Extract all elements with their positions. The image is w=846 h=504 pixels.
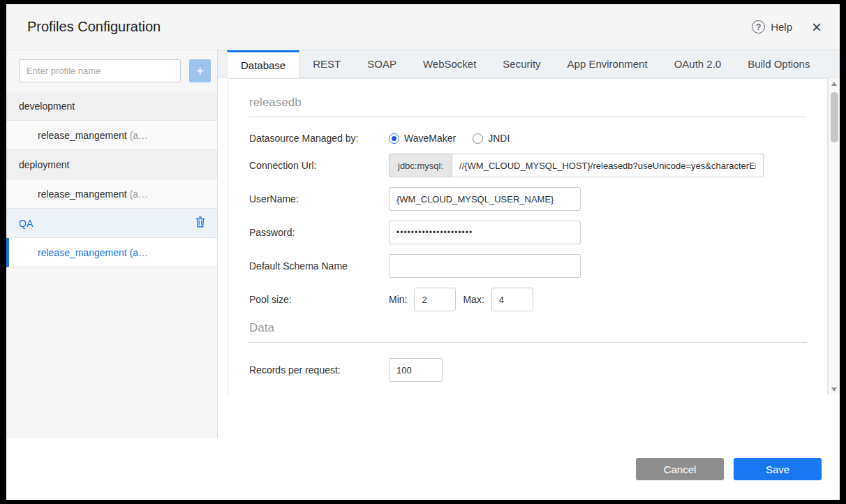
records-per-request-label: Records per request: <box>249 364 389 376</box>
max-label: Max: <box>463 294 484 305</box>
connection-url-input[interactable] <box>452 154 764 177</box>
radio-wavemaker-label: WaveMaker <box>404 133 456 144</box>
schema-label: Default Schema Name <box>249 260 389 272</box>
sidebar-item-label: deployment <box>19 159 69 170</box>
tab-soap[interactable]: SOAP <box>354 50 410 77</box>
tab-bar: Database REST SOAP WebSocket Security Ap… <box>218 50 840 78</box>
sidebar-item-label: development <box>19 101 75 112</box>
radio-selected-icon <box>389 133 399 144</box>
save-button[interactable]: Save <box>734 458 822 480</box>
dialog-header: Profiles Configuration ? Help × <box>6 4 840 50</box>
scroll-up-button[interactable] <box>829 78 840 89</box>
sidebar-item-development[interactable]: development <box>6 91 217 121</box>
datasource-row: Datasource Managed by: WaveMaker JNDI <box>249 133 806 144</box>
database-form-panel: releasedb Datasource Managed by: WaveMak… <box>228 78 828 395</box>
sidebar-item-deployment[interactable]: deployment <box>6 150 217 179</box>
dialog-footer: Cancel Save <box>6 438 840 500</box>
pool-size-controls: Min: Max: <box>389 288 533 311</box>
help-label: Help <box>771 21 792 33</box>
pool-size-row: Pool size: Min: Max: <box>249 288 806 311</box>
section-title-releasedb: releasedb <box>249 96 806 110</box>
scrollbar-track[interactable] <box>829 89 840 384</box>
username-row: UserName: <box>249 187 806 211</box>
page-title: Profiles Configuration <box>27 19 752 35</box>
sidebar-item-label: release_mangement <box>38 130 127 141</box>
username-label: UserName: <box>249 193 389 205</box>
connection-url-label: Connection Url: <box>249 160 389 171</box>
sidebar-item-qa[interactable]: QA <box>6 209 217 238</box>
sidebar-item-label: release_mangement <box>38 247 127 258</box>
tab-rest[interactable]: REST <box>299 50 354 77</box>
profiles-sidebar: + development release_mangement (a… depl… <box>6 50 218 438</box>
records-per-request-input[interactable] <box>389 358 443 382</box>
radio-wavemaker[interactable]: WaveMaker <box>389 133 456 144</box>
section-title-data: Data <box>249 321 806 335</box>
sidebar-item-label: QA <box>19 218 33 229</box>
help-icon: ? <box>752 20 765 34</box>
sidebar-item-suffix: (a… <box>130 130 148 141</box>
password-label: Password: <box>249 227 389 238</box>
up-arrow-icon <box>831 82 837 86</box>
radio-jndi[interactable]: JNDI <box>473 133 510 144</box>
close-icon[interactable]: × <box>812 19 822 36</box>
vertical-scrollbar[interactable] <box>828 78 840 395</box>
help-button[interactable]: ? Help <box>752 20 792 34</box>
password-row: Password: <box>249 221 806 244</box>
schema-input[interactable] <box>389 254 581 278</box>
datasource-radio-group: WaveMaker JNDI <box>389 133 510 144</box>
datasource-label: Datasource Managed by: <box>249 133 389 144</box>
content-bottom-spacer <box>218 395 840 438</box>
database-tab-content: releasedb Datasource Managed by: WaveMak… <box>218 78 828 395</box>
records-per-request-row: Records per request: <box>249 358 806 382</box>
radio-jndi-label: JNDI <box>488 133 510 144</box>
sidebar-item-release-mangement-qa[interactable]: release_mangement (a… <box>6 238 217 267</box>
schema-row: Default Schema Name <box>249 254 806 278</box>
connection-url-group: jdbc:mysql: <box>389 154 764 177</box>
tab-websocket[interactable]: WebSocket <box>410 50 489 77</box>
sidebar-item-suffix: (a… <box>130 188 148 200</box>
add-profile-button[interactable]: + <box>189 59 211 82</box>
jdbc-prefix-addon: jdbc:mysql: <box>389 154 452 177</box>
down-arrow-icon <box>831 387 837 392</box>
scroll-down-button[interactable] <box>829 384 840 395</box>
sidebar-item-release-mangement-deploy[interactable]: release_mangement (a… <box>6 179 217 209</box>
delete-profile-button[interactable] <box>195 216 206 230</box>
sidebar-item-release-mangement-dev[interactable]: release_mangement (a… <box>6 121 217 150</box>
connection-url-row: Connection Url: jdbc:mysql: <box>249 154 806 177</box>
password-input[interactable] <box>389 221 581 244</box>
scrollbar-thumb[interactable] <box>831 92 838 142</box>
sidebar-item-suffix: (a… <box>130 247 148 258</box>
pool-min-input[interactable] <box>414 288 456 311</box>
tab-content-viewport: releasedb Datasource Managed by: WaveMak… <box>218 78 840 395</box>
main-panel: Database REST SOAP WebSocket Security Ap… <box>218 50 840 438</box>
divider <box>249 342 806 343</box>
tab-oauth[interactable]: OAuth 2.0 <box>661 50 735 77</box>
profile-name-input[interactable] <box>19 59 181 82</box>
sidebar-item-label: release_mangement <box>38 188 127 200</box>
username-input[interactable] <box>389 187 581 211</box>
tab-build-options[interactable]: Build Options <box>734 50 823 77</box>
tab-database[interactable]: Database <box>227 50 299 78</box>
profiles-configuration-dialog: Profiles Configuration ? Help × + develo… <box>6 4 840 500</box>
cancel-button[interactable]: Cancel <box>636 458 724 480</box>
trash-icon <box>195 216 206 230</box>
profile-add-row: + <box>6 50 217 91</box>
dialog-body: + development release_mangement (a… depl… <box>6 50 840 438</box>
min-label: Min: <box>389 294 407 305</box>
pool-size-label: Pool size: <box>249 294 389 305</box>
radio-unselected-icon <box>473 133 483 144</box>
divider <box>249 117 806 117</box>
tab-app-environment[interactable]: App Environment <box>554 50 661 77</box>
pool-max-input[interactable] <box>491 288 533 311</box>
tab-security[interactable]: Security <box>489 50 554 77</box>
